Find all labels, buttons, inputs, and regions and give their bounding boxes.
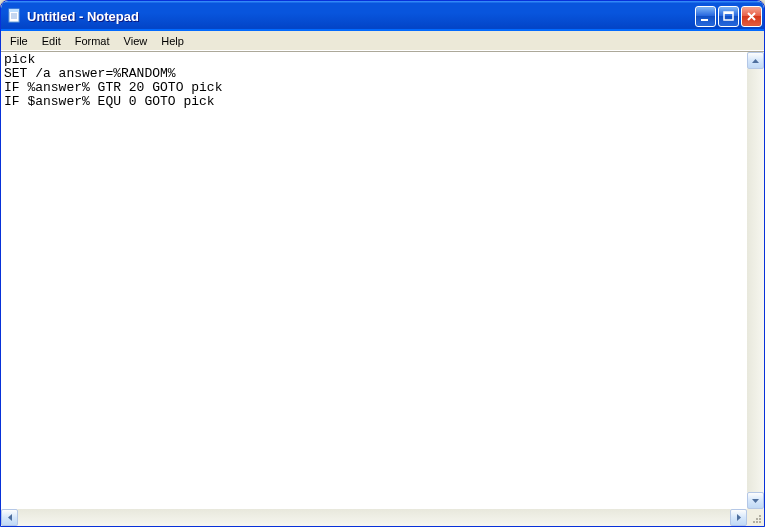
svg-point-8 [759, 521, 761, 523]
menu-edit[interactable]: Edit [35, 33, 68, 49]
menu-help[interactable]: Help [154, 33, 191, 49]
horizontal-scroll-track[interactable] [18, 509, 730, 526]
scroll-left-button[interactable] [1, 509, 18, 526]
titlebar[interactable]: Untitled - Notepad [1, 1, 764, 31]
chevron-left-icon [8, 514, 12, 521]
svg-point-9 [756, 521, 758, 523]
chevron-up-icon [752, 59, 759, 63]
svg-rect-5 [701, 19, 708, 21]
svg-rect-7 [724, 12, 733, 14]
scroll-down-button[interactable] [747, 492, 764, 509]
window-title: Untitled - Notepad [27, 9, 695, 24]
chevron-right-icon [737, 514, 741, 521]
resize-grip[interactable] [747, 509, 764, 526]
vertical-scroll-track[interactable] [747, 69, 764, 492]
svg-point-10 [753, 521, 755, 523]
maximize-button[interactable] [718, 6, 739, 27]
window-controls [695, 6, 762, 27]
menu-format[interactable]: Format [68, 33, 117, 49]
menu-view[interactable]: View [117, 33, 155, 49]
notepad-icon [7, 8, 23, 24]
notepad-window: Untitled - Notepad File Edit Format View… [0, 0, 765, 527]
svg-rect-1 [9, 9, 19, 12]
vertical-scrollbar[interactable] [747, 52, 764, 509]
text-editor[interactable] [1, 52, 747, 509]
scroll-right-button[interactable] [730, 509, 747, 526]
menu-file[interactable]: File [3, 33, 35, 49]
menubar: File Edit Format View Help [1, 31, 764, 51]
minimize-button[interactable] [695, 6, 716, 27]
svg-point-13 [759, 515, 761, 517]
bottom-bar [1, 509, 764, 526]
svg-point-11 [759, 518, 761, 520]
close-button[interactable] [741, 6, 762, 27]
resize-grip-icon [750, 512, 762, 524]
scroll-up-button[interactable] [747, 52, 764, 69]
chevron-down-icon [752, 499, 759, 503]
client-area [1, 51, 764, 509]
horizontal-scrollbar[interactable] [1, 509, 747, 526]
svg-point-12 [756, 518, 758, 520]
